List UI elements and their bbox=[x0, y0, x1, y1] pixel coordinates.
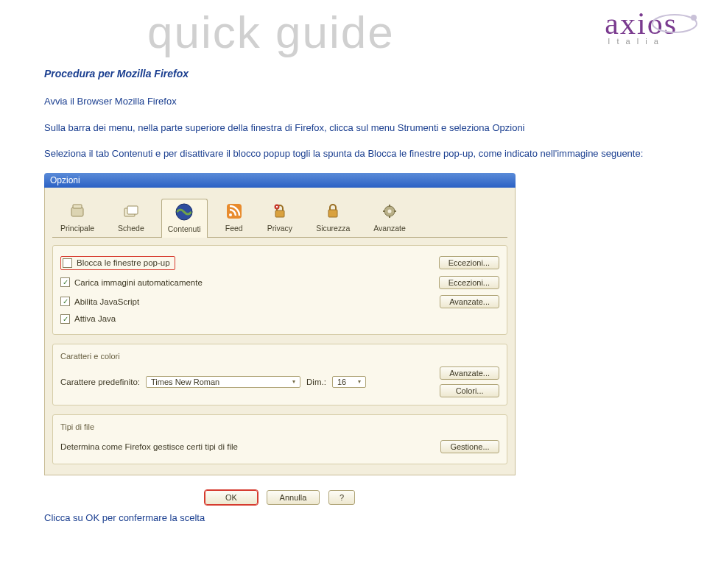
logo-orbit-icon bbox=[648, 3, 701, 44]
dialog-body: Principale Schede Contenuti bbox=[44, 188, 516, 475]
cog-icon bbox=[380, 202, 399, 221]
checkbox-load-images[interactable]: ✓ bbox=[60, 277, 70, 287]
option-label: Blocca le finestre pop-up bbox=[77, 258, 170, 267]
svg-point-1 bbox=[691, 15, 697, 21]
chevron-down-icon: ▾ bbox=[358, 378, 361, 385]
default-font-select[interactable]: Times New Roman ▾ bbox=[146, 376, 300, 388]
fonts-colors-group: Caratteri e colori Carattere predefinito… bbox=[52, 344, 507, 405]
tab-principale[interactable]: Principale bbox=[54, 198, 101, 237]
option-label: Abilita JavaScript bbox=[74, 297, 139, 306]
intro-line-1: Avvia il Browser Mozilla Firefox bbox=[44, 94, 663, 109]
font-size-label: Dim.: bbox=[306, 378, 326, 386]
tab-label: Schede bbox=[118, 224, 144, 233]
option-load-images: ✓ Carica immagini automaticamente Eccezi… bbox=[60, 273, 499, 292]
option-label: Carica immagini automaticamente bbox=[74, 278, 203, 287]
svg-point-9 bbox=[229, 213, 232, 216]
dialog-tabbar: Principale Schede Contenuti bbox=[52, 194, 507, 238]
tab-label: Privacy bbox=[267, 224, 292, 233]
tabs-icon bbox=[122, 202, 141, 221]
help-button[interactable]: ? bbox=[328, 490, 355, 505]
select-value: Times New Roman bbox=[151, 378, 219, 386]
svg-rect-5 bbox=[127, 206, 138, 214]
checkbox-block-popups[interactable] bbox=[63, 258, 72, 268]
exceptions-button[interactable]: Eccezioni... bbox=[439, 276, 499, 289]
shield-icon bbox=[323, 202, 342, 221]
section-heading: Procedura per Mozilla Firefox bbox=[44, 68, 663, 79]
rss-icon bbox=[225, 202, 244, 221]
intro-line-2: Sulla barra dei menu, nella parte superi… bbox=[44, 121, 663, 135]
option-enable-js: ✓ Abilita JavaScript Avanzate... bbox=[60, 292, 499, 311]
tab-label: Sicurezza bbox=[316, 224, 350, 233]
svg-rect-10 bbox=[275, 210, 284, 217]
lock-icon bbox=[270, 202, 289, 221]
file-types-desc: Determina come Firefox gestisce certi ti… bbox=[60, 442, 238, 451]
colors-button[interactable]: Colori... bbox=[440, 384, 499, 397]
select-value: 16 bbox=[337, 378, 346, 386]
svg-rect-2 bbox=[71, 208, 83, 216]
tab-feed[interactable]: Feed bbox=[218, 198, 250, 237]
advanced-button[interactable]: Avanzate... bbox=[440, 295, 499, 308]
svg-rect-13 bbox=[328, 210, 337, 217]
globe-icon bbox=[175, 202, 194, 222]
page-content: Procedura per Mozilla Firefox Avvia il B… bbox=[44, 68, 663, 523]
group-title: Caratteri e colori bbox=[60, 352, 499, 361]
option-label: Attiva Java bbox=[74, 314, 116, 323]
tab-privacy[interactable]: Privacy bbox=[261, 198, 299, 237]
tab-label: Avanzate bbox=[373, 224, 406, 233]
dialog-titlebar: Opzioni bbox=[44, 173, 516, 188]
tab-label: Contenuti bbox=[168, 224, 201, 233]
cancel-button[interactable]: Annulla bbox=[267, 490, 320, 505]
gear-icon bbox=[68, 202, 87, 221]
intro-line-3: Seleziona il tab Contenuti e per disatti… bbox=[44, 146, 663, 161]
option-block-popups: Blocca le finestre pop-up Eccezioni... bbox=[60, 253, 499, 273]
dialog-button-row: OK Annulla ? bbox=[44, 475, 516, 509]
tab-sicurezza[interactable]: Sicurezza bbox=[309, 198, 356, 237]
ok-button[interactable]: OK bbox=[205, 490, 258, 505]
font-size-select[interactable]: 16 ▾ bbox=[332, 376, 366, 388]
content-options-group: Blocca le finestre pop-up Eccezioni... ✓… bbox=[52, 245, 507, 335]
svg-point-0 bbox=[653, 15, 697, 32]
tab-schede[interactable]: Schede bbox=[111, 198, 151, 237]
manage-button[interactable]: Gestione... bbox=[440, 440, 499, 453]
brand-logo: axios I t a l i a bbox=[605, 6, 678, 46]
svg-rect-3 bbox=[73, 205, 82, 208]
file-types-group: Tipi di file Determina come Firefox gest… bbox=[52, 414, 507, 464]
chevron-down-icon: ▾ bbox=[292, 378, 295, 385]
options-dialog: Opzioni Principale Schede bbox=[44, 173, 516, 509]
checkbox-enable-js[interactable]: ✓ bbox=[60, 297, 70, 306]
option-enable-java: ✓ Attiva Java bbox=[60, 311, 499, 327]
group-title: Tipi di file bbox=[60, 422, 499, 431]
tab-label: Feed bbox=[225, 224, 243, 233]
fonts-advanced-button[interactable]: Avanzate... bbox=[440, 366, 499, 380]
tab-label: Principale bbox=[60, 224, 94, 233]
exceptions-button[interactable]: Eccezioni... bbox=[439, 256, 499, 269]
default-font-label: Carattere predefinito: bbox=[60, 378, 140, 386]
watermark-text: quick guide bbox=[147, 6, 395, 58]
tab-contenuti[interactable]: Contenuti bbox=[161, 199, 208, 238]
svg-point-15 bbox=[388, 209, 392, 213]
tab-avanzate[interactable]: Avanzate bbox=[367, 198, 412, 237]
checkbox-enable-java[interactable]: ✓ bbox=[60, 314, 70, 324]
footnote: Clicca su OK per confermare la scelta bbox=[44, 512, 663, 523]
svg-rect-12 bbox=[276, 206, 278, 208]
